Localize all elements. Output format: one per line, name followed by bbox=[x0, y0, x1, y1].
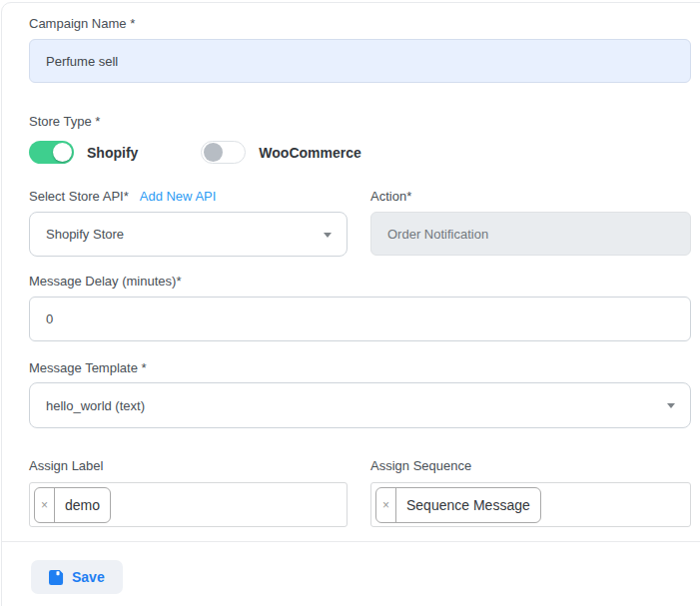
message-delay-label: Message Delay (minutes)* bbox=[29, 274, 691, 290]
remove-tag-icon[interactable]: × bbox=[35, 488, 55, 522]
action-input bbox=[370, 212, 691, 256]
store-type-option-shopify: Shopify bbox=[29, 141, 138, 164]
remove-tag-icon[interactable]: × bbox=[376, 488, 396, 522]
assign-label-input[interactable]: × demo bbox=[29, 482, 348, 527]
tag-label: demo bbox=[55, 488, 110, 522]
message-template-selected-value: hello_world (text) bbox=[46, 398, 145, 413]
store-api-selected-value: Shopify Store bbox=[46, 227, 124, 242]
store-api-label-row: Select Store API* Add New API bbox=[29, 189, 348, 205]
toggle-knob bbox=[204, 143, 223, 162]
campaign-name-input[interactable] bbox=[29, 39, 691, 83]
save-button[interactable]: Save bbox=[31, 560, 123, 594]
action-group: Action* bbox=[370, 189, 691, 257]
message-delay-group: Message Delay (minutes)* bbox=[29, 274, 691, 341]
campaign-form-body: Campaign Name * Store Type * Shopify Woo… bbox=[2, 3, 691, 541]
assign-row: Assign Label × demo Assign Sequence × Se… bbox=[29, 458, 691, 527]
shopify-toggle[interactable] bbox=[29, 141, 74, 164]
store-type-label: Store Type * bbox=[29, 114, 691, 130]
store-api-label: Select Store API* bbox=[29, 189, 129, 205]
assign-label-group: Assign Label × demo bbox=[29, 458, 348, 527]
assign-sequence-input[interactable]: × Sequence Message bbox=[370, 482, 691, 527]
assign-sequence-label: Assign Sequence bbox=[370, 458, 691, 474]
store-type-group: Store Type * Shopify WooCommerce bbox=[29, 114, 691, 164]
shopify-toggle-label: Shopify bbox=[87, 145, 138, 161]
chevron-down-icon bbox=[324, 233, 332, 238]
store-type-option-woocommerce: WooCommerce bbox=[201, 141, 360, 164]
store-api-group: Select Store API* Add New API Shopify St… bbox=[29, 189, 348, 257]
chevron-down-icon bbox=[667, 403, 675, 408]
tag-chip: × Sequence Message bbox=[375, 487, 541, 523]
toggle-knob bbox=[53, 143, 72, 162]
campaign-form-card: Campaign Name * Store Type * Shopify Woo… bbox=[1, 2, 700, 606]
message-template-select[interactable]: hello_world (text) bbox=[29, 382, 691, 428]
message-template-label: Message Template * bbox=[29, 360, 691, 376]
store-api-select[interactable]: Shopify Store bbox=[29, 212, 348, 257]
campaign-name-label: Campaign Name * bbox=[29, 16, 691, 32]
assign-label-label: Assign Label bbox=[29, 458, 348, 474]
api-action-row: Select Store API* Add New API Shopify St… bbox=[29, 189, 691, 257]
save-icon bbox=[49, 570, 64, 585]
tag-chip: × demo bbox=[34, 487, 111, 523]
woocommerce-toggle[interactable] bbox=[201, 141, 246, 164]
save-button-label: Save bbox=[72, 569, 105, 585]
tag-label: Sequence Message bbox=[396, 488, 540, 522]
message-template-group: Message Template * hello_world (text) bbox=[29, 360, 691, 428]
woocommerce-toggle-label: WooCommerce bbox=[259, 145, 360, 161]
campaign-name-group: Campaign Name * bbox=[29, 16, 691, 83]
message-delay-input[interactable] bbox=[29, 297, 691, 341]
add-new-api-link[interactable]: Add New API bbox=[140, 189, 217, 204]
store-type-toggles: Shopify WooCommerce bbox=[29, 141, 691, 164]
form-footer: Save bbox=[2, 541, 700, 594]
action-label: Action* bbox=[370, 189, 691, 205]
assign-sequence-group: Assign Sequence × Sequence Message bbox=[370, 458, 691, 527]
